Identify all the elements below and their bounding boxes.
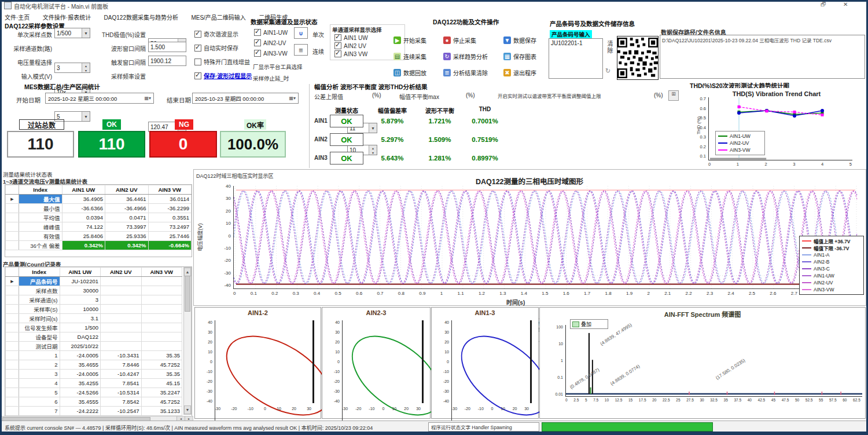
gain-checkbox[interactable]: 特殊开门直线增益 bbox=[194, 57, 250, 66]
points-select[interactable]: 1/500 bbox=[54, 28, 90, 38]
scroll-down-icon[interactable]: ▼ bbox=[184, 405, 191, 414]
分析结果清除-button[interactable]: ≣分析结果清除 bbox=[443, 65, 503, 81]
menu-item-home[interactable]: 文件·主页 bbox=[5, 13, 30, 21]
limit-bar bbox=[422, 320, 424, 403]
table-row[interactable]: 峰峰值74.12273.399773.2497 bbox=[6, 222, 192, 232]
tick-label: 0.6 bbox=[700, 106, 706, 111]
main-chart-yticks: 403020100-10-20-30-40 bbox=[216, 184, 231, 288]
tick-label: 0.1 bbox=[700, 153, 706, 159]
table-row[interactable]: 3-24.0005-10.424735.35 bbox=[6, 370, 182, 379]
clear-barcode-button[interactable]: 清除 bbox=[605, 41, 614, 54]
tick-label: 30 bbox=[444, 330, 449, 334]
odd-harmonics-checkbox[interactable]: 奇次谐波显示 bbox=[194, 30, 238, 38]
menu-item-daq[interactable]: DAQ122数据采集与趋势分析 bbox=[104, 13, 178, 21]
table-row[interactable]: 采样点数30000 bbox=[6, 286, 182, 295]
table-row[interactable]: 平均值0.03940.04710.3551 bbox=[6, 213, 192, 222]
tick-label: -30 bbox=[443, 389, 449, 393]
action-button-label: 连续采集 bbox=[403, 52, 426, 61]
tick-label: 35 bbox=[724, 398, 728, 402]
tick-label: -20 bbox=[355, 407, 361, 412]
tick-label: -30 bbox=[207, 389, 212, 393]
tick-label: -20 bbox=[334, 379, 340, 383]
calendar-dropdown-icon: ▦▾ bbox=[289, 96, 296, 101]
ain3-imb: 1.281% bbox=[418, 155, 462, 162]
tick-label: 10 bbox=[501, 407, 505, 412]
tick-label: 0.3 bbox=[700, 134, 706, 140]
ain3-checkbox[interactable]: AIN3-VW bbox=[254, 50, 288, 57]
table-row[interactable]: 测试日期2025/10/22 bbox=[6, 342, 182, 351]
table-row[interactable]: 采样通道(s)3 bbox=[6, 295, 182, 305]
save-path-box[interactable]: D:\DAQ122\JU102201\2025-10-23 09.22.04 三… bbox=[660, 35, 865, 79]
table-row[interactable]: 5-24.5266-10.531435.2247 bbox=[6, 388, 182, 397]
table-row[interactable]: ▶产品条码号JU-102201 bbox=[6, 277, 182, 286]
sc-ain1-checkbox[interactable]: AIN1 UW bbox=[334, 34, 368, 41]
table-row[interactable]: 最小值-36.6366-36.4966-36.2299 bbox=[6, 204, 192, 213]
barcode-input[interactable]: JU102201-1 bbox=[549, 38, 603, 79]
refresh-icon[interactable]: ↻ bbox=[605, 67, 610, 75]
checkbox-icon bbox=[334, 34, 341, 41]
qr-code bbox=[617, 36, 659, 80]
continuous-acquire-icon[interactable]: ≣ bbox=[294, 44, 308, 56]
连续采集-button[interactable]: ▤连续采集 bbox=[393, 48, 443, 64]
数据回放-button[interactable]: ◫数据回放 bbox=[393, 65, 443, 81]
menu-item-mes[interactable]: MES/产品二维码输入 bbox=[191, 13, 245, 21]
table-row[interactable]: 435.42557.854145.15 bbox=[6, 379, 182, 388]
ain2-amp: 5.297% bbox=[370, 136, 414, 143]
ain1-checkbox[interactable]: AIN1-UW bbox=[254, 29, 288, 36]
single-acquire-icon[interactable]: ∪ bbox=[294, 27, 308, 39]
table-row[interactable]: 有效值25.840625.933625.7446 bbox=[6, 232, 192, 241]
trigger-input[interactable]: 1900.12 bbox=[148, 56, 186, 66]
table-row[interactable]: 采样率(S)10000 bbox=[6, 305, 182, 314]
table-row[interactable]: 235.46557.844645.7252 bbox=[6, 360, 182, 370]
table-row[interactable]: 36个点 偏差0.342%0.342%-0.664% bbox=[6, 241, 192, 250]
table-row[interactable]: 635.45557.854245.7252 bbox=[6, 397, 182, 407]
table-row[interactable]: 7-24.2222-10.254735.1233 bbox=[6, 407, 182, 416]
action-button-label: 停止采集 bbox=[453, 36, 476, 45]
autosave-checkbox[interactable]: 自动实时保存 bbox=[194, 43, 238, 52]
scrollbar-thumb[interactable] bbox=[185, 276, 190, 312]
ain2-checkbox[interactable]: AIN2-UV bbox=[254, 39, 286, 46]
table-row[interactable]: ▶最大值36.490536.446136.0114 bbox=[6, 195, 192, 204]
restore-icon[interactable]: 🗗 bbox=[821, 1, 826, 8]
停止采集-button[interactable]: ●停止采集 bbox=[443, 32, 503, 48]
sc-ain3-checkbox[interactable]: AIN3 VW bbox=[334, 50, 367, 57]
start-date-picker[interactable]: 2025-10-22 星期三 00:00:00▦▾ bbox=[45, 93, 154, 104]
continuous-acquire-label: 连续 bbox=[312, 47, 324, 56]
menu-item-file[interactable]: 文件操作·报表统计 bbox=[43, 13, 91, 21]
table-row[interactable]: 设备型号DAQ122 bbox=[6, 332, 182, 342]
total-count-label: 过站总数 bbox=[19, 119, 64, 130]
ain2-thd: 0.7519% bbox=[463, 136, 507, 143]
开始采集-button[interactable]: ▶开始采集 bbox=[393, 32, 443, 48]
main-chart-legend: 幅值上限 +36.7V幅值下限 -36.7VAIN1-AAIN2-BAIN3-C… bbox=[799, 236, 864, 295]
table-row[interactable]: 采样时间(s)3.1 bbox=[6, 314, 182, 323]
window-input[interactable]: 1.500 bbox=[148, 42, 186, 52]
checkbox-icon bbox=[194, 59, 201, 65]
sc-ain2-checkbox[interactable]: AIN2 UV bbox=[334, 42, 366, 49]
save-display-checkbox[interactable]: 保存·波形过程显示 bbox=[194, 71, 252, 80]
limit-bar bbox=[312, 320, 314, 403]
tick-label: 1.1 bbox=[457, 291, 464, 296]
table-row[interactable]: 1-24.0005-10.343135.35 bbox=[6, 351, 182, 360]
tick-label: -30 bbox=[224, 270, 231, 276]
settings-icon[interactable]: ⊞ bbox=[668, 90, 679, 101]
采样趋势分析-button[interactable]: ↻采样趋势分析 bbox=[443, 48, 503, 64]
lissajous-ain1-3: AIN1-3 403020100-10-20-30-40 -30-20-1001… bbox=[431, 307, 539, 419]
lissajous-xticks: -30-20-100102030 bbox=[215, 407, 311, 412]
tick-label: 2.1 bbox=[664, 291, 671, 296]
table-row[interactable]: 信号发生频率1/500 bbox=[6, 323, 182, 332]
legend-item: 幅值上限 +36.7V bbox=[802, 237, 861, 244]
tick-label: 57.5 bbox=[829, 398, 837, 402]
close-icon[interactable]: ✕ bbox=[843, 1, 848, 8]
tick-label: 1.7 bbox=[584, 291, 590, 296]
legend-item: 幅值下限 -36.7V bbox=[802, 244, 861, 251]
tick-label: 0.5 bbox=[700, 115, 706, 120]
legend-label: AIN1-UW bbox=[814, 273, 834, 279]
scroll-up-icon[interactable]: ▲ bbox=[184, 268, 191, 276]
lissajous-yticks: 403020100-10-20-30-40 bbox=[197, 320, 212, 403]
tick-label: 30 bbox=[700, 398, 704, 402]
main-chart-plot bbox=[233, 186, 858, 289]
channels-spinner[interactable]: 3 bbox=[54, 63, 90, 73]
end-date-picker[interactable]: 2025-10-23 星期四 00:00:00▦▾ bbox=[192, 93, 299, 104]
tick-label: 100 bbox=[556, 325, 563, 329]
records-scrollbar[interactable]: ▲ ▼ bbox=[183, 267, 192, 415]
